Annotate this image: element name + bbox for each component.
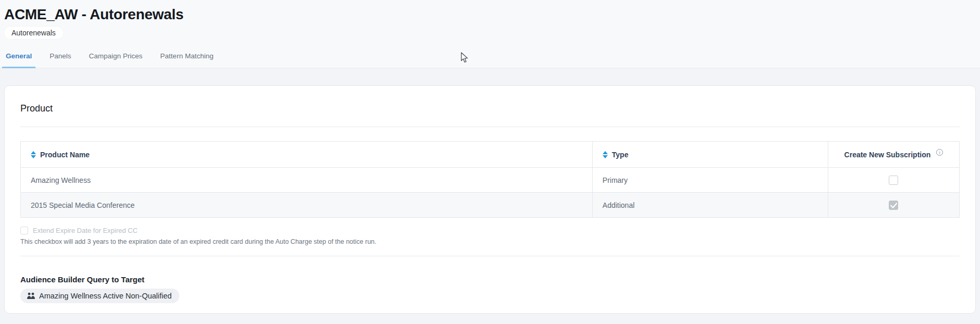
- extend-expire-label: Extend Expire Date for Expired CC: [33, 227, 138, 234]
- column-header-create-new-subscription: Create New Subscriptioni: [828, 142, 959, 168]
- extend-expire-row: Extend Expire Date for Expired CC: [20, 227, 960, 234]
- column-header-type[interactable]: Type: [592, 142, 828, 168]
- cell-create-new-subscription: [828, 168, 959, 193]
- table-header-row: Product Name Type: [21, 142, 960, 168]
- cell-product-name: Amazing Wellness: [21, 168, 593, 193]
- audience-query-chip[interactable]: Amazing Wellness Active Non-Qualified: [20, 289, 179, 303]
- column-label: Type: [612, 151, 629, 159]
- cell-create-new-subscription: [828, 193, 959, 218]
- tab-campaign-prices[interactable]: Campaign Prices: [85, 48, 146, 68]
- content-area: Product Product Name: [0, 68, 980, 314]
- column-label: Product Name: [40, 151, 90, 159]
- tab-bar: General Panels Campaign Prices Pattern M…: [2, 48, 217, 68]
- section-divider: [20, 256, 960, 256]
- badge-label: Autorenewals: [11, 29, 56, 37]
- autorenewals-badge: Autorenewals: [4, 27, 63, 39]
- tab-pattern-matching[interactable]: Pattern Matching: [156, 48, 217, 68]
- sort-icon[interactable]: [31, 151, 36, 158]
- info-icon[interactable]: i: [936, 149, 943, 156]
- tab-panels[interactable]: Panels: [46, 48, 75, 68]
- people-icon: [27, 292, 35, 300]
- table-row: Amazing Wellness Primary: [21, 168, 960, 193]
- create-subscription-checkbox: [889, 201, 898, 210]
- product-section-heading: Product: [20, 86, 960, 114]
- product-card: Product Product Name: [4, 85, 976, 314]
- product-table: Product Name Type: [20, 141, 960, 218]
- section-divider: [20, 127, 960, 127]
- extend-expire-help-text: This checkbox will add 3 years to the ex…: [20, 238, 960, 245]
- sort-icon[interactable]: [603, 151, 608, 158]
- page-header: ACME_AW - Autorenewals Autorenewals Gene…: [0, 0, 980, 68]
- create-subscription-checkbox[interactable]: [889, 176, 898, 185]
- cell-product-name: 2015 Special Media Conference: [21, 193, 593, 218]
- column-header-product-name[interactable]: Product Name: [21, 142, 593, 168]
- table-row: 2015 Special Media Conference Additional: [21, 193, 960, 218]
- cell-type: Additional: [592, 193, 828, 218]
- cell-type: Primary: [592, 168, 828, 193]
- tab-general[interactable]: General: [2, 48, 35, 68]
- extend-expire-checkbox: [20, 227, 28, 234]
- page-title: ACME_AW - Autorenewals: [4, 6, 980, 23]
- audience-builder-heading: Audience Builder Query to Target: [20, 275, 960, 284]
- audience-query-label: Amazing Wellness Active Non-Qualified: [39, 292, 172, 300]
- column-label: Create New Subscription: [844, 151, 931, 159]
